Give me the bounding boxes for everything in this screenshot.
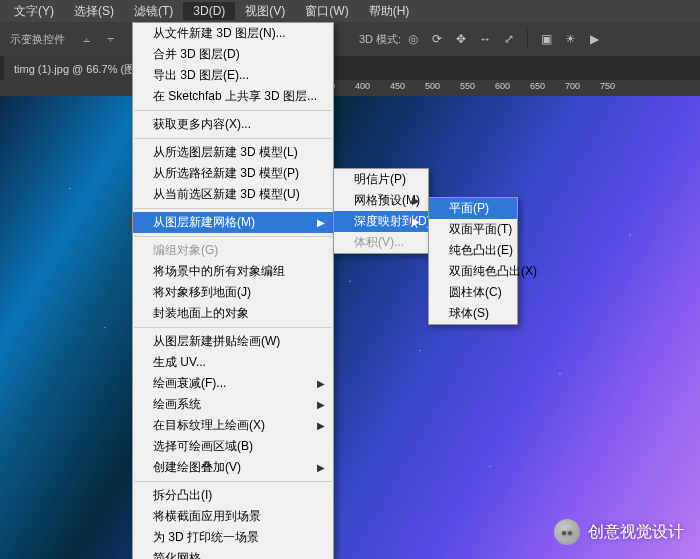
submenu-new-mesh-from-layer: 明信片(P)网格预设(M)▶深度映射到(D)▶体积(V)... <box>333 168 429 254</box>
menu-item-label: 双面平面(T) <box>449 221 512 238</box>
menu-item-label: 绘画系统 <box>153 396 201 413</box>
submenu-arrow-icon: ▶ <box>412 216 420 227</box>
menu-item-label: 在 Sketchfab 上共享 3D 图层... <box>153 88 317 105</box>
menu-item-label: 从图层新建拼贴绘画(W) <box>153 333 280 350</box>
menu-item-label: 从文件新建 3D 图层(N)... <box>153 25 286 42</box>
menu-help[interactable]: 帮助(H) <box>359 1 420 22</box>
menu-item-label: 在目标纹理上绘画(X) <box>153 417 265 434</box>
menu-item-label: 球体(S) <box>449 305 489 322</box>
menu-item-label: 体积(V)... <box>354 234 404 251</box>
pan-icon[interactable]: ✥ <box>452 30 470 48</box>
menu-item[interactable]: 从图层新建拼贴绘画(W) <box>133 331 333 352</box>
submenu-arrow-icon: ▶ <box>317 378 325 389</box>
submenu-arrow-icon: ▶ <box>317 462 325 473</box>
ruler-tick: 650 <box>530 81 545 91</box>
menu-item-label: 选择可绘画区域(B) <box>153 438 253 455</box>
menu-item-label: 网格预设(M) <box>354 192 420 209</box>
menu-item[interactable]: 双面平面(T) <box>429 219 517 240</box>
menu-item-label: 拆分凸出(I) <box>153 487 212 504</box>
menu-text[interactable]: 文字(Y) <box>4 1 64 22</box>
ruler-tick: 700 <box>565 81 580 91</box>
menu-item[interactable]: 生成 UV... <box>133 352 333 373</box>
menu-item-label: 平面(P) <box>449 200 489 217</box>
submenu-depth-map-to: 平面(P)双面平面(T)纯色凸出(E)双面纯色凸出(X)圆柱体(C)球体(S) <box>428 197 518 325</box>
menu-item[interactable]: 导出 3D 图层(E)... <box>133 65 333 86</box>
submenu-arrow-icon: ▶ <box>412 195 420 206</box>
menu-item[interactable]: 在目标纹理上绘画(X)▶ <box>133 415 333 436</box>
menu-filter[interactable]: 滤镜(T) <box>124 1 183 22</box>
menu-item[interactable]: 选择可绘画区域(B) <box>133 436 333 457</box>
menu-item-label: 编组对象(G) <box>153 242 218 259</box>
menu-item[interactable]: 为 3D 打印统一场景 <box>133 527 333 548</box>
menu-item[interactable]: 明信片(P) <box>334 169 428 190</box>
rotate-icon[interactable]: ⟳ <box>428 30 446 48</box>
menu-item-label: 明信片(P) <box>354 171 406 188</box>
menu-item[interactable]: 圆柱体(C) <box>429 282 517 303</box>
menu-item[interactable]: 简化网格... <box>133 548 333 559</box>
align-icon[interactable]: ⫟ <box>102 30 120 48</box>
menu-select[interactable]: 选择(S) <box>64 1 124 22</box>
canvas[interactable] <box>0 96 700 559</box>
menu-3d-dropdown: 从文件新建 3D 图层(N)...合并 3D 图层(D)导出 3D 图层(E).… <box>132 22 334 559</box>
menu-item[interactable]: 拆分凸出(I) <box>133 485 333 506</box>
camera-icon[interactable]: ▣ <box>537 30 555 48</box>
watermark-text: 创意视觉设计 <box>588 522 684 543</box>
menu-window[interactable]: 窗口(W) <box>295 1 358 22</box>
document-tab-bar: timg (1).jpg @ 66.7% (图层 ✕ <box>0 56 700 80</box>
menu-item[interactable]: 将场景中的所有对象编组 <box>133 261 333 282</box>
menu-item[interactable]: 深度映射到(D)▶ <box>334 211 428 232</box>
menu-item-label: 封装地面上的对象 <box>153 305 249 322</box>
menu-item[interactable]: 从当前选区新建 3D 模型(U) <box>133 184 333 205</box>
menu-item-label: 简化网格... <box>153 550 211 559</box>
menu-item-label: 纯色凸出(E) <box>449 242 513 259</box>
orbit-icon[interactable]: ◎ <box>404 30 422 48</box>
menu-item[interactable]: 球体(S) <box>429 303 517 324</box>
menu-item[interactable]: 平面(P) <box>429 198 517 219</box>
menu-item[interactable]: 绘画系统▶ <box>133 394 333 415</box>
menu-item[interactable]: 获取更多内容(X)... <box>133 114 333 135</box>
menu-item-label: 从当前选区新建 3D 模型(U) <box>153 186 300 203</box>
menu-item-label: 将对象移到地面(J) <box>153 284 251 301</box>
menu-item[interactable]: 从所选路径新建 3D 模型(P) <box>133 163 333 184</box>
slide-icon[interactable]: ↔ <box>476 30 494 48</box>
menu-item: 体积(V)... <box>334 232 428 253</box>
menu-item[interactable]: 在 Sketchfab 上共享 3D 图层... <box>133 86 333 107</box>
options-bar: 示变换控件 ⫠ ⫟ ⫞ ≡ ≣ ⋮ ⋯ 3D 模式: ◎ ⟳ ✥ ↔ ⤢ ▣ ☀… <box>0 22 700 57</box>
menu-item[interactable]: 合并 3D 图层(D) <box>133 44 333 65</box>
ruler-tick: 550 <box>460 81 475 91</box>
submenu-arrow-icon: ▶ <box>317 217 325 228</box>
menu-item[interactable]: 从图层新建网格(M)▶ <box>133 212 333 233</box>
separator <box>527 30 528 48</box>
light-icon[interactable]: ☀ <box>561 30 579 48</box>
menu-item[interactable]: 从文件新建 3D 图层(N)... <box>133 23 333 44</box>
menubar: 文字(Y) 选择(S) 滤镜(T) 3D(D) 视图(V) 窗口(W) 帮助(H… <box>0 0 700 22</box>
menu-item[interactable]: 双面纯色凸出(X) <box>429 261 517 282</box>
tab-title: timg (1).jpg @ 66.7% (图层 <box>14 62 146 77</box>
menu-item: 编组对象(G) <box>133 240 333 261</box>
ruler-tick: 750 <box>600 81 615 91</box>
menu-item[interactable]: 将横截面应用到场景 <box>133 506 333 527</box>
watermark: ●● 创意视觉设计 <box>554 519 684 545</box>
menu-item[interactable]: 将对象移到地面(J) <box>133 282 333 303</box>
menu-3d[interactable]: 3D(D) <box>183 2 235 20</box>
ruler-tick: 500 <box>425 81 440 91</box>
play-icon[interactable]: ▶ <box>585 30 603 48</box>
menu-item[interactable]: 创建绘图叠加(V)▶ <box>133 457 333 478</box>
ruler-tick: 450 <box>390 81 405 91</box>
align-icon[interactable]: ⫠ <box>78 30 96 48</box>
menu-item-label: 生成 UV... <box>153 354 206 371</box>
menu-view[interactable]: 视图(V) <box>235 1 295 22</box>
wechat-icon: ●● <box>554 519 580 545</box>
submenu-arrow-icon: ▶ <box>317 420 325 431</box>
menu-item[interactable]: 纯色凸出(E) <box>429 240 517 261</box>
menu-item-label: 从图层新建网格(M) <box>153 214 255 231</box>
menu-item[interactable]: 封装地面上的对象 <box>133 303 333 324</box>
menu-item[interactable]: 网格预设(M)▶ <box>334 190 428 211</box>
menu-item[interactable]: 绘画衰减(F)...▶ <box>133 373 333 394</box>
menu-item[interactable]: 从所选图层新建 3D 模型(L) <box>133 142 333 163</box>
scale-icon[interactable]: ⤢ <box>500 30 518 48</box>
ruler-tick: 400 <box>355 81 370 91</box>
3d-mode-label: 3D 模式: <box>359 32 401 47</box>
menu-item-label: 双面纯色凸出(X) <box>449 263 537 280</box>
menu-item-label: 获取更多内容(X)... <box>153 116 251 133</box>
